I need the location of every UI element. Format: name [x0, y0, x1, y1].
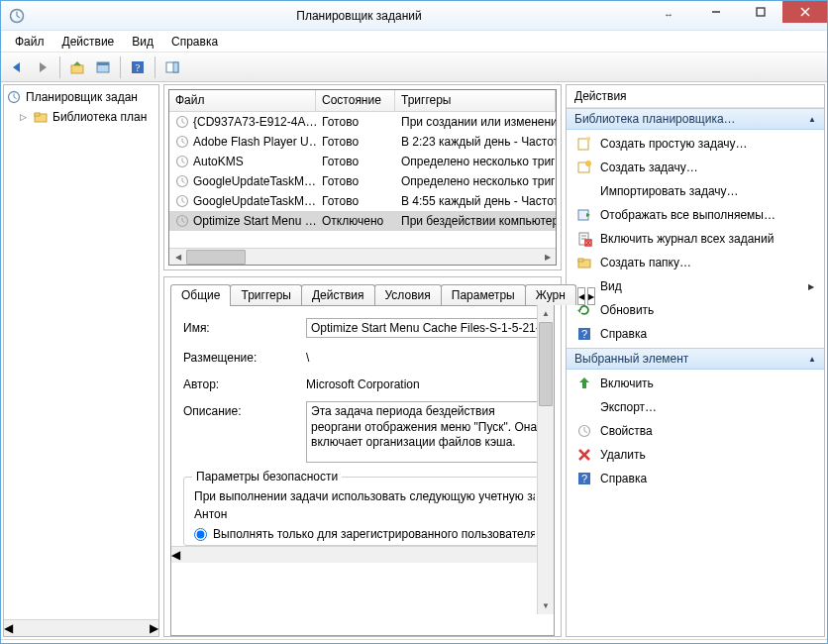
close-button[interactable]: [782, 1, 827, 23]
action-new_folder[interactable]: Создать папку…: [567, 251, 824, 274]
folder-icon: [33, 109, 49, 125]
tab-general[interactable]: Общие: [170, 284, 231, 306]
task-name: GoogleUpdateTaskM…: [193, 194, 316, 208]
menubar: Файл Действие Вид Справка: [1, 31, 827, 53]
action-create_basic[interactable]: Создать простую задачу…: [567, 132, 824, 156]
action-label: Справка: [600, 327, 647, 341]
task-name: {CD937A73-E912-4A…: [193, 115, 316, 129]
props-icon: [576, 423, 592, 439]
action-import[interactable]: Импортировать задачу…: [567, 179, 824, 203]
table-row[interactable]: Optimize Start Menu …ОтключеноПри бездей…: [169, 211, 556, 231]
table-row[interactable]: AutoKMSГотовоОпределено несколько триг: [169, 152, 556, 171]
task-list-header: Файл Состояние Триггеры: [169, 90, 556, 112]
nav-back-button[interactable]: [5, 55, 29, 79]
tab-actions[interactable]: Действия: [301, 284, 375, 305]
task-list-hscroll[interactable]: ◀ ▶: [169, 248, 556, 265]
radio-logged-on-label: Выполнять только для зарегистрированного…: [213, 527, 535, 541]
menu-help[interactable]: Справка: [163, 33, 226, 51]
col-state[interactable]: Состояние: [316, 90, 395, 111]
action-show_running[interactable]: Отображать все выполняемы…: [567, 203, 824, 227]
radio-logged-on[interactable]: [194, 528, 207, 541]
action-help2[interactable]: ?Справка: [567, 467, 824, 490]
tree-library[interactable]: ▷ Библиотека план: [4, 107, 158, 127]
tab-conditions[interactable]: Условия: [374, 284, 442, 305]
tab-triggers[interactable]: Триггеры: [230, 284, 302, 305]
action-export[interactable]: Экспорт…: [567, 395, 824, 419]
desc-label: Описание:: [183, 401, 298, 418]
table-row[interactable]: {CD937A73-E912-4A…ГотовоПри создании или…: [169, 112, 556, 132]
tab-params[interactable]: Параметры: [441, 284, 526, 305]
folder-icon: [576, 255, 592, 270]
actions-pane-title: Действия: [567, 85, 824, 108]
clock-icon: [175, 115, 189, 129]
action-label: Создать задачу…: [600, 161, 698, 174]
chevron-right-icon: ▶: [808, 282, 814, 291]
svg-rect-21: [35, 113, 40, 116]
table-row[interactable]: GoogleUpdateTaskM…ГотовоВ 4:55 каждый де…: [169, 191, 556, 211]
menu-file[interactable]: Файл: [7, 33, 52, 51]
name-field[interactable]: Optimize Start Menu Cache Files-S-1-5-21…: [306, 318, 546, 338]
wizard-icon: [576, 136, 592, 152]
tree-library-label: Библиотека план: [52, 110, 147, 124]
task-trigger: При создании или изменени: [401, 115, 556, 129]
desc-field[interactable]: Эта задача периода бездействия реоргани …: [306, 401, 546, 463]
collapse-icon: ▲: [808, 115, 816, 124]
location-value: \: [306, 348, 546, 365]
action-props[interactable]: Свойства: [567, 419, 824, 443]
actions-library-list: Создать простую задачу…Создать задачу…Им…: [567, 130, 824, 348]
toolbar-properties-button[interactable]: [91, 55, 115, 79]
svg-line-2: [17, 16, 20, 18]
action-label: Свойства: [600, 424, 653, 438]
security-text: При выполнении задачи использовать следу…: [194, 489, 535, 503]
action-label: Создать папку…: [600, 256, 691, 269]
toolbar-up-button[interactable]: [65, 55, 89, 79]
name-label: Имя:: [183, 318, 298, 335]
action-enable_log[interactable]: Включить журнал всех заданий: [567, 227, 824, 251]
action-view[interactable]: Вид▶: [567, 274, 824, 298]
action-help[interactable]: ?Справка: [567, 322, 824, 346]
action-label: Отображать все выполняемы…: [600, 208, 776, 222]
tree-hscroll[interactable]: ◀ ▶: [4, 619, 158, 636]
task-state: Отключено: [322, 214, 383, 228]
action-create[interactable]: Создать задачу…: [567, 156, 824, 179]
security-radio-logged[interactable]: Выполнять только для зарегистрированного…: [194, 527, 535, 541]
help-icon: ?: [576, 471, 592, 486]
action-refresh[interactable]: Обновить: [567, 298, 824, 322]
action-delete[interactable]: Удалить: [567, 443, 824, 467]
task-state: Готово: [322, 194, 359, 208]
tab-scroll-left[interactable]: ◀: [577, 287, 585, 305]
actions-pane: Действия Библиотека планировщика… ▲ Созд…: [566, 84, 825, 637]
table-row[interactable]: GoogleUpdateTaskM…ГотовоОпределено неско…: [169, 171, 556, 191]
col-trig[interactable]: Триггеры: [395, 90, 556, 111]
action-label: Справка: [600, 472, 647, 485]
actions-library-header[interactable]: Библиотека планировщика… ▲: [567, 108, 824, 130]
toolbar: ?: [1, 53, 827, 82]
menu-view[interactable]: Вид: [124, 33, 161, 51]
tab-scroll-right[interactable]: ▶: [587, 287, 595, 305]
col-file[interactable]: Файл: [169, 90, 316, 111]
task-name: GoogleUpdateTaskM…: [193, 174, 316, 188]
task-list-panel: Файл Состояние Триггеры {CD937A73-E912-4…: [163, 84, 562, 270]
main: Планировщик задан ▷ Библиотека план ◀ ▶: [1, 82, 827, 639]
maximize-button[interactable]: [738, 1, 782, 23]
details-vscroll[interactable]: ▲ ▼: [537, 305, 554, 614]
toolbar-help-button[interactable]: ?: [126, 55, 150, 79]
minimize-button[interactable]: [693, 1, 738, 23]
actions-selected-header[interactable]: Выбранный элемент ▲: [567, 348, 824, 370]
enable-icon: [576, 376, 592, 391]
expand-icon[interactable]: ▷: [20, 112, 29, 122]
svg-marker-8: [40, 62, 47, 72]
svg-rect-9: [71, 65, 83, 73]
svg-line-39: [182, 221, 185, 223]
action-enable[interactable]: Включить: [567, 372, 824, 395]
table-row[interactable]: Adobe Flash Player U…ГотовоВ 2:23 каждый…: [169, 132, 556, 152]
tab-journal[interactable]: Журн: [525, 284, 576, 305]
details-hscroll[interactable]: ◀ ▶: [171, 546, 554, 563]
svg-marker-7: [13, 62, 20, 72]
svg-line-27: [182, 142, 185, 144]
menu-action[interactable]: Действие: [54, 33, 123, 51]
toolbar-pane-button[interactable]: [160, 55, 184, 79]
nav-forward-button[interactable]: [31, 55, 54, 79]
center-pane: Файл Состояние Триггеры {CD937A73-E912-4…: [163, 84, 562, 637]
tree-root[interactable]: Планировщик задан: [4, 87, 158, 107]
